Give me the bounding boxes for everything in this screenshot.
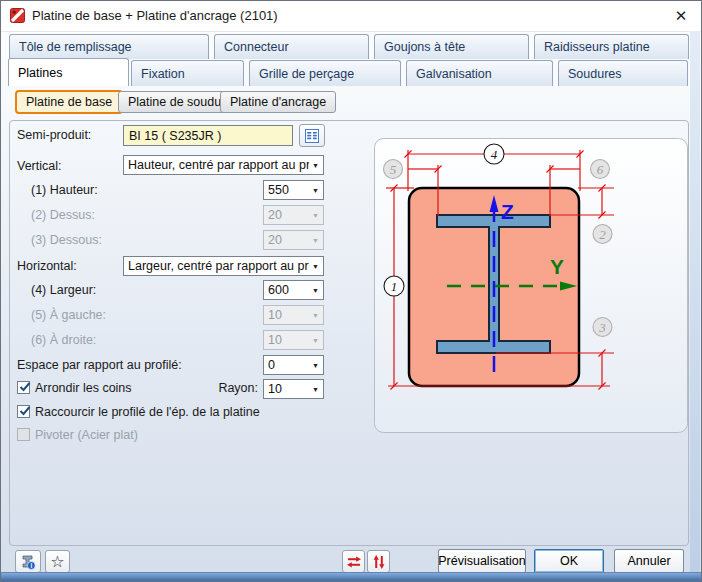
marker-6: 6 [597, 162, 604, 177]
droite-label: (6) À droite: [31, 333, 96, 347]
rayon-label: Rayon: [196, 381, 258, 395]
chevron-down-icon: ▼ [309, 212, 319, 219]
tab-goujons-a-tete[interactable]: Goujons à tête [374, 34, 529, 59]
favorites-button[interactable]: ☆ [45, 550, 70, 573]
y-axis-label: Y [550, 255, 564, 278]
chevron-down-icon: ▼ [309, 237, 319, 244]
check-icon [18, 380, 32, 394]
tab-tole-de-remplissage[interactable]: Tôle de remplissage [9, 34, 209, 59]
raccourcir-label: Raccourcir le profilé de l'ép. de la pla… [35, 405, 260, 419]
marker-5: 5 [390, 162, 397, 177]
window-title: Platine de base + Platine d'ancrage (210… [32, 8, 278, 23]
marker-3: 3 [598, 320, 606, 335]
dessus-combo: 20▼ [263, 205, 324, 225]
swap-vertical-button[interactable] [367, 550, 390, 573]
ok-button[interactable]: OK [534, 549, 604, 573]
bottom-frame-strip [1, 572, 701, 581]
arrondir-checkbox[interactable] [17, 381, 30, 394]
hauteur-label: (1) Hauteur: [31, 183, 98, 197]
tab-grille-de-percage[interactable]: Grille de perçage [249, 60, 401, 86]
svg-text:i: i [30, 561, 32, 568]
tab-connecteur[interactable]: Connecteur [214, 34, 369, 59]
dessous-combo: 20▼ [263, 230, 324, 250]
espace-label: Espace par rapport au profilé: [17, 358, 182, 372]
tab-platines[interactable]: Platines [8, 58, 129, 86]
marker-2: 2 [599, 227, 606, 242]
semi-produit-table-button[interactable] [299, 124, 325, 147]
tab-galvanisation[interactable]: Galvanisation [406, 60, 553, 86]
beam-info-icon: i [20, 554, 36, 570]
dessous-label: (3) Dessous: [31, 233, 102, 247]
tab-fixation[interactable]: Fixation [131, 60, 244, 86]
horizontal-mode-dropdown[interactable]: Largeur, centré par rapport au profilé▼ [123, 256, 324, 276]
profile-info-button[interactable]: i [15, 550, 41, 573]
rayon-combo[interactable]: 10▼ [263, 379, 324, 399]
droite-combo: 10▼ [263, 330, 324, 350]
swap-horizontal-button[interactable] [342, 550, 365, 573]
preview-button[interactable]: Prévisualisation [438, 549, 526, 573]
espace-combo[interactable]: 0▼ [263, 355, 324, 375]
largeur-combo[interactable]: 600▼ [263, 280, 324, 300]
chevron-down-icon: ▼ [309, 312, 319, 319]
pivoter-label: Pivoter (Acier plat) [35, 428, 138, 442]
chevron-down-icon: ▼ [309, 337, 319, 344]
dialog-window: Platine de base + Platine d'ancrage (210… [0, 0, 702, 582]
chevron-down-icon: ▼ [309, 162, 319, 169]
horizontal-label: Horizontal: [17, 259, 77, 273]
largeur-label: (4) Largeur: [31, 283, 96, 297]
raccourcir-checkbox[interactable] [17, 405, 30, 418]
vertical-mode-dropdown[interactable]: Hauteur, centré par rapport au profilé▼ [123, 155, 324, 175]
swap-vertical-icon [371, 554, 387, 570]
chevron-down-icon: ▼ [309, 362, 319, 369]
marker-1: 1 [391, 279, 398, 294]
arrondir-label: Arrondir les coins [35, 381, 132, 395]
button-platine-de-base[interactable]: Platine de base [15, 90, 123, 114]
gauche-label: (5) À gauche: [31, 308, 106, 322]
vertical-label: Vertical: [17, 159, 61, 173]
table-icon [304, 128, 320, 144]
chevron-down-icon: ▼ [309, 263, 319, 270]
marker-4: 4 [491, 147, 498, 162]
tab-raidisseurs-platine[interactable]: Raidisseurs platine [534, 34, 689, 59]
chevron-down-icon: ▼ [309, 287, 319, 294]
swap-horizontal-icon [346, 554, 362, 570]
star-icon: ☆ [50, 554, 64, 570]
dessus-label: (2) Dessus: [31, 208, 95, 222]
tab-soudures[interactable]: Soudures [558, 60, 688, 86]
check-icon [18, 404, 32, 418]
semi-produit-input[interactable]: BI 15 ( S235JR ) [123, 125, 293, 146]
joint-icon [10, 8, 25, 23]
title-bar: Platine de base + Platine d'ancrage (210… [1, 1, 701, 32]
semi-produit-label: Semi-produit: [17, 128, 91, 142]
chevron-down-icon: ▼ [309, 187, 319, 194]
cancel-button[interactable]: Annuler [614, 549, 684, 573]
pivoter-checkbox [17, 428, 30, 441]
plate-preview-diagram: Z Y 4 5 6 1 2 3 [374, 138, 688, 434]
right-frame-strip [690, 31, 700, 574]
z-axis-label: Z [501, 200, 514, 223]
button-platine-d-ancrage[interactable]: Platine d'ancrage [220, 91, 336, 113]
close-button[interactable]: ✕ [669, 5, 693, 27]
hauteur-combo[interactable]: 550▼ [263, 180, 324, 200]
chevron-down-icon: ▼ [309, 386, 319, 393]
gauche-combo: 10▼ [263, 305, 324, 325]
